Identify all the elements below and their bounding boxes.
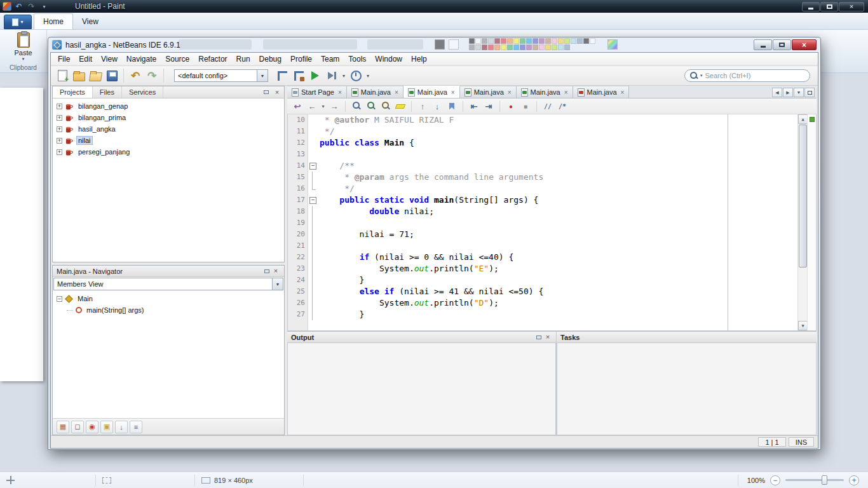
project-nilai[interactable]: +nilai xyxy=(53,135,284,146)
editor-scrollbar[interactable]: ▲ ▼ xyxy=(797,114,807,330)
paste-dropdown-icon[interactable]: ▾ xyxy=(22,57,25,62)
show-static-button[interactable] xyxy=(86,421,98,433)
code-line-17[interactable]: 17 public static void main(String[] args… xyxy=(288,194,816,206)
menu-debug[interactable]: Debug xyxy=(255,53,286,65)
code-line-15[interactable]: 15 * @param args the command line argume… xyxy=(288,172,816,183)
menu-help[interactable]: Help xyxy=(407,53,431,65)
projects-minimize-icon[interactable] xyxy=(262,88,271,97)
open-project-button[interactable] xyxy=(88,68,103,83)
clean-build-button[interactable] xyxy=(291,68,306,83)
members-view-dropdown-icon[interactable]: ▼ xyxy=(272,278,283,290)
menu-profile[interactable]: Profile xyxy=(286,53,316,65)
output-minimize-icon[interactable] xyxy=(534,333,543,342)
project-persegi_panjang[interactable]: +persegi_panjang xyxy=(53,146,284,158)
tab-services[interactable]: Services xyxy=(122,86,163,98)
editor-tab-3-main-java[interactable]: Main.java× xyxy=(460,86,517,98)
editor-tab-1-main-java[interactable]: Main.java× xyxy=(347,86,403,98)
show-inherited-button[interactable] xyxy=(57,421,69,433)
find-button[interactable] xyxy=(350,100,363,112)
close-tab-icon[interactable]: × xyxy=(621,89,625,96)
navigator-close-icon[interactable]: × xyxy=(271,267,280,276)
menu-window[interactable]: Window xyxy=(370,53,407,65)
tab-files[interactable]: Files xyxy=(93,86,122,98)
shift-right-button[interactable] xyxy=(482,100,495,112)
paste-button[interactable]: Paste ▾ xyxy=(8,30,39,62)
menu-edit[interactable]: Edit xyxy=(74,53,97,65)
menu-refactor[interactable]: Refactor xyxy=(194,53,231,65)
ribbon-tab-home[interactable]: Home xyxy=(34,13,73,29)
search-box[interactable]: ▾ Search (Ctrl+I) xyxy=(684,69,810,82)
find-selection-button[interactable] xyxy=(365,100,377,112)
output-close-icon[interactable]: × xyxy=(543,333,552,342)
code-line-16[interactable]: 16 */ xyxy=(288,183,816,194)
forward-button[interactable] xyxy=(328,100,341,112)
expand-icon[interactable]: + xyxy=(57,104,62,109)
paint-app-icon[interactable] xyxy=(3,2,11,11)
close-tab-icon[interactable]: × xyxy=(395,89,398,96)
project-bilangan_prima[interactable]: +bilangan_prima xyxy=(53,112,284,123)
save-all-button[interactable] xyxy=(104,68,119,83)
paint-minimize-button[interactable] xyxy=(802,2,820,11)
ribbon-tab-view[interactable]: View xyxy=(73,13,107,29)
code-line-10[interactable]: 10 * @author M SAIFUL RIZAL F xyxy=(288,114,816,126)
toolbar-dropdown-icon[interactable] xyxy=(341,68,347,83)
sort-source-button[interactable] xyxy=(130,421,142,433)
editor-tab-5-main-java[interactable]: Main.java× xyxy=(573,86,630,98)
menu-tools[interactable]: Tools xyxy=(344,53,370,65)
close-tab-icon[interactable]: × xyxy=(508,89,512,96)
tasks-content[interactable] xyxy=(557,343,817,435)
project-hasil_angka[interactable]: +hasil_angka xyxy=(53,123,284,135)
paint-canvas[interactable] xyxy=(0,88,43,381)
tab-projects[interactable]: Projects xyxy=(53,86,93,98)
code-line-12[interactable]: 12public class Main { xyxy=(288,137,816,149)
last-edit-button[interactable] xyxy=(291,100,304,112)
profile-button[interactable] xyxy=(348,68,363,83)
next-bookmark-button[interactable] xyxy=(431,100,444,112)
show-fields-button[interactable] xyxy=(71,421,84,433)
code-line-19[interactable]: 19 xyxy=(288,217,816,229)
projects-close-icon[interactable]: × xyxy=(273,88,281,97)
code-line-22[interactable]: 22 if (nilai >= 0 && nilai <=40) { xyxy=(288,252,816,263)
redo-button[interactable] xyxy=(144,68,159,83)
navigator-class-row[interactable]: − Main xyxy=(53,293,284,304)
menu-file[interactable]: File xyxy=(53,53,74,65)
code-line-18[interactable]: 18 double nilai; xyxy=(288,206,816,217)
close-tab-icon[interactable]: × xyxy=(451,89,455,96)
scroll-up-icon[interactable]: ▲ xyxy=(798,114,808,124)
maximize-editor-icon[interactable] xyxy=(804,88,815,97)
expand-icon[interactable]: + xyxy=(57,115,62,121)
customize-quick-access-icon[interactable]: ▾ xyxy=(39,2,50,11)
undo-icon[interactable]: ↶ xyxy=(13,2,24,11)
scroll-tabs-right-icon[interactable]: ▶ xyxy=(783,88,793,97)
zoom-out-button[interactable]: − xyxy=(770,475,780,485)
menu-source[interactable]: Source xyxy=(161,53,194,65)
new-file-button[interactable] xyxy=(55,68,70,83)
code-line-27[interactable]: 27 } xyxy=(288,309,816,320)
netbeans-maximize-button[interactable] xyxy=(773,39,791,50)
close-tab-icon[interactable]: × xyxy=(338,89,342,96)
undo-button[interactable] xyxy=(128,68,143,83)
sort-alpha-button[interactable] xyxy=(115,421,128,433)
paint-file-menu-button[interactable]: ▾ xyxy=(4,15,32,29)
shift-left-button[interactable] xyxy=(468,100,480,112)
scroll-tabs-left-icon[interactable]: ◀ xyxy=(772,88,782,97)
stop-macro-button[interactable] xyxy=(519,100,532,112)
netbeans-titlebar[interactable]: hasil_angka - NetBeans IDE 6.9.1 × xyxy=(48,37,820,52)
expand-icon[interactable]: + xyxy=(57,138,62,144)
previous-bookmark-button[interactable] xyxy=(416,100,429,112)
close-tab-icon[interactable]: × xyxy=(564,89,568,96)
output-content[interactable] xyxy=(287,343,556,435)
toggle-bookmark-button[interactable] xyxy=(445,100,458,112)
editor-tab-4-main-java[interactable]: Main.java× xyxy=(517,86,573,98)
code-line-14[interactable]: 14 /** xyxy=(288,160,816,172)
collapse-icon[interactable]: − xyxy=(57,296,62,302)
project-bilangan_genap[interactable]: +bilangan_genap xyxy=(53,100,284,112)
toggle-highlight-button[interactable] xyxy=(394,100,407,112)
editor-tab-2-main-java[interactable]: Main.java× xyxy=(403,86,460,98)
netbeans-minimize-button[interactable] xyxy=(754,39,772,50)
toolbar-dropdown-icon[interactable] xyxy=(365,68,371,83)
menu-view[interactable]: View xyxy=(97,53,122,65)
config-dropdown-icon[interactable]: ▼ xyxy=(257,70,268,81)
zoom-slider-thumb[interactable] xyxy=(822,475,827,485)
menu-run[interactable]: Run xyxy=(232,53,255,65)
